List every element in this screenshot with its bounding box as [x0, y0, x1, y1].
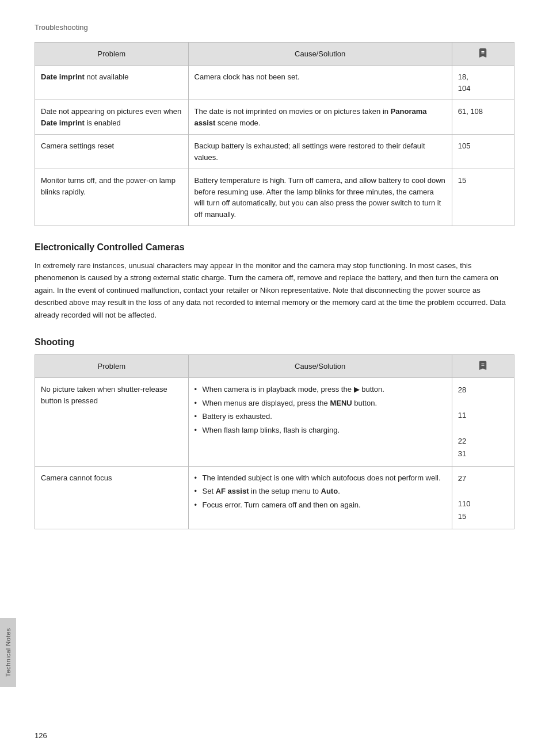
section2-body: In extremely rare instances, unusual cha… — [35, 259, 514, 321]
bullet-item: When menus are displayed, press the MENU… — [195, 398, 446, 409]
row3-ref: 105 — [452, 135, 514, 169]
page-number: 126 — [35, 731, 47, 740]
table-row: Monitor turns off, and the power-on lamp… — [35, 169, 514, 226]
bullet-item: The intended subject is one with which a… — [195, 472, 446, 484]
row2-cause: The date is not imprinted on movies or o… — [188, 100, 452, 135]
table1-icon-header — [452, 43, 514, 66]
table1-cause-header: Cause/Solution — [188, 43, 452, 66]
row1-problem: Date imprint not available — [35, 66, 189, 100]
row4-cause: Battery temperature is high. Turn off ca… — [188, 169, 452, 226]
bookmark-icon — [477, 47, 489, 59]
troubleshooting-table-1: Problem Cause/Solution Date imprint not … — [35, 42, 514, 226]
bullet-item: Battery is exhausted. — [195, 411, 446, 422]
row4-problem: Monitor turns off, and the power-on lamp… — [35, 169, 189, 226]
table2-icon-header — [452, 355, 514, 378]
section3-title: Shooting — [35, 337, 514, 348]
shooting-row2-refs: 2711015 — [452, 466, 514, 529]
row2-problem: Date not appearing on pictures even when… — [35, 100, 189, 135]
page: Technical Notes Troubleshooting Problem … — [0, 0, 549, 756]
side-label: Technical Notes — [0, 618, 16, 687]
bullet-item: When camera is in playback mode, press t… — [195, 384, 446, 395]
bullet-item: Set AF assist in the setup menu to Auto. — [195, 486, 446, 497]
row3-cause: Backup battery is exhausted; all setting… — [188, 135, 452, 169]
row1-cause: Camera clock has not been set. — [188, 66, 452, 100]
table-row: Camera settings reset Backup battery is … — [35, 135, 514, 169]
table2-cause-header: Cause/Solution — [188, 355, 452, 378]
row4-ref: 15 — [452, 169, 514, 226]
table-row: No picture taken when shutter-release bu… — [35, 378, 514, 467]
side-label-text: Technical Notes — [5, 628, 12, 677]
table1-problem-header: Problem — [35, 43, 189, 66]
row3-problem: Camera settings reset — [35, 135, 189, 169]
shooting-row1-problem: No picture taken when shutter-release bu… — [35, 378, 189, 467]
shooting-row2-problem: Camera cannot focus — [35, 466, 189, 529]
bullet-item: When flash lamp blinks, flash is chargin… — [195, 425, 446, 436]
row2-ref: 61, 108 — [452, 100, 514, 135]
troubleshooting-table-2: Problem Cause/Solution No picture taken … — [35, 354, 514, 529]
section2-title: Electronically Controlled Cameras — [35, 242, 514, 253]
section-header: Troubleshooting — [35, 23, 514, 32]
table2-problem-header: Problem — [35, 355, 189, 378]
shooting-row1-cause: When camera is in playback mode, press t… — [188, 378, 452, 467]
shooting-row1-refs: 28112231 — [452, 378, 514, 467]
table-row: Date imprint not available Camera clock … — [35, 66, 514, 100]
row1-ref: 18,104 — [452, 66, 514, 100]
table-row: Date not appearing on pictures even when… — [35, 100, 514, 135]
bookmark-icon-2 — [477, 360, 489, 371]
bullet-item: Focus error. Turn camera off and then on… — [195, 499, 446, 511]
shooting-row2-cause: The intended subject is one with which a… — [188, 466, 452, 529]
table-row: Camera cannot focus The intended subject… — [35, 466, 514, 529]
